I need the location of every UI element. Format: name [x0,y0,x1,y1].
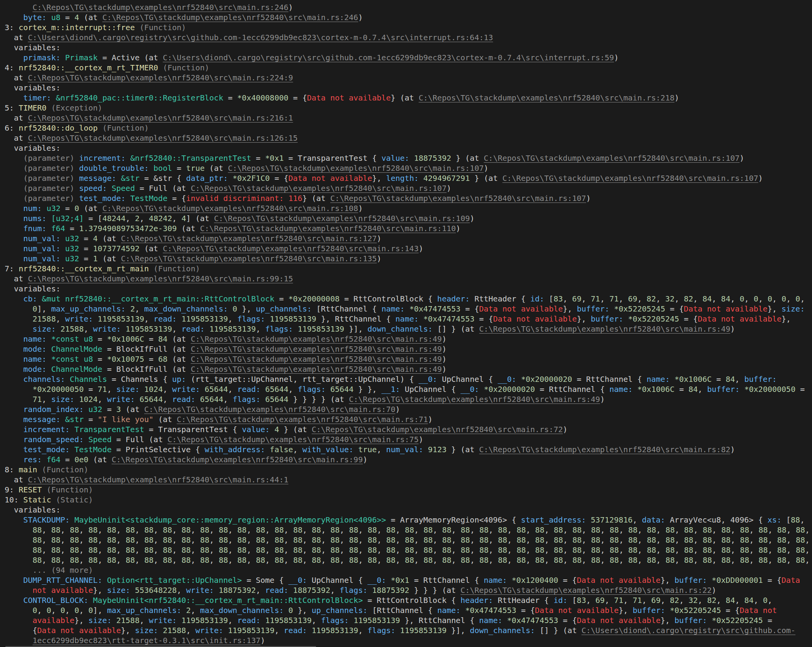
value: 1024 [79,395,98,404]
text: = TransparentTest { [144,425,242,434]
text: = { [558,575,577,585]
value: 1195853139 [312,626,358,635]
file-path-link[interactable]: C:\Repos\TG\stackdump\examples\nrf52840\… [191,334,442,344]
value: 88 [516,555,526,565]
file-path-link[interactable]: C:\Repos\TG\stackdump\examples\nrf52840\… [312,425,563,434]
file-path-link[interactable]: C:\Users\diond\.cargo\registry\src\githu… [581,626,795,635]
file-path-link[interactable]: C:\Repos\TG\stackdump\examples\nrf52840\… [479,445,730,454]
value: 88 [554,545,563,555]
variable-name: read: [265,586,293,595]
file-path-link[interactable]: C:\Repos\TG\stackdump\examples\nrf52840\… [102,13,358,22]
value: 88 [386,535,396,545]
file-path-link[interactable]: C:\Users\diond\.cargo\registry\src\githu… [163,53,614,62]
file-path-link[interactable]: C:\Repos\TG\stackdump\examples\nrf52840\… [163,244,418,253]
value: 88 [51,525,60,535]
file-path-link[interactable]: 1ecc6299db9ec823\rtt-target-0.3.1\src\in… [32,636,260,645]
text: , [358,555,368,565]
value: 88 [330,555,340,565]
text: }, RttChannel { [316,314,396,324]
variable-name: __0: [289,575,312,585]
text: ], [37,304,51,313]
file-path-link[interactable]: C:\Repos\TG\stackdump\examples\nrf52840\… [28,274,293,283]
file-path-link[interactable]: C:\Repos\TG\stackdump\examples\nrf52840\… [479,324,730,334]
text: } (at [447,445,479,454]
text: (at [177,224,200,233]
value: 88 [554,525,563,535]
file-path-link[interactable]: C:\Repos\TG\stackdump\examples\nrf52840\… [484,153,739,163]
text: , [256,586,265,595]
value: 21588 [61,324,84,334]
text: = { [474,314,493,324]
file-path-link[interactable]: C:\Repos\TG\stackdump\examples\nrf52840\… [28,73,293,82]
value: 88 [293,545,302,555]
text: , [228,525,237,535]
value: *0x1 [265,153,284,163]
file-path-link[interactable]: C:\Repos\TG\stackdump\examples\nrf52840\… [349,395,600,404]
file-path-link[interactable]: C:\Repos\TG\stackdump\examples\nrf52840\… [228,163,484,173]
file-path-link[interactable]: C:\Repos\TG\stackdump\examples\nrf52840\… [460,586,712,595]
variable-name: name: [23,334,51,344]
text: , [274,626,284,635]
file-path-link[interactable]: C:\Repos\TG\stackdump\examples\nrf52840\… [191,364,442,374]
file-path-link[interactable]: C:\Repos\TG\stackdump\examples\nrf52840\… [28,133,297,143]
text: , [340,555,349,565]
text: , [582,555,591,565]
text: , [712,294,721,303]
value: 83 [554,294,563,303]
text: [RttChannel { [316,304,382,313]
text: , [107,385,116,394]
text: 10: [5,495,23,504]
value: *0x10075 [107,354,144,364]
value: 88 [721,525,730,535]
file-path-link[interactable]: C:\Repos\TG\stackdump\examples\nrf52840\… [28,475,288,484]
text: , [144,314,153,324]
type-name: &nrf52840::TransparentTest [130,153,251,163]
variable-name: read: [237,616,265,625]
file-path-link[interactable]: C:\Repos\TG\stackdump\examples\nrf52840\… [32,3,288,12]
text: , [135,304,144,313]
file-path-link[interactable]: C:\Repos\TG\stackdump\examples\nrf52840\… [102,204,358,213]
file-path-link[interactable]: C:\Repos\TG\stackdump\examples\nrf52840\… [214,214,470,223]
file-path-link[interactable]: C:\Repos\TG\stackdump\examples\nrf52840\… [191,344,442,354]
file-path-link[interactable]: C:\Repos\TG\stackdump\examples\nrf52840\… [121,254,377,263]
type-name: u32 [65,254,79,263]
terminal-line: 7: nrf52840::__cortex_m_rt_main (Functio… [5,264,812,274]
type-name: f64 [51,224,65,233]
value: 88 [200,555,209,565]
text: , [56,314,65,324]
file-path-link[interactable]: C:\Repos\TG\stackdump\examples\nrf52840\… [419,93,674,102]
text: at [5,113,28,123]
text: = [ [84,214,102,223]
variable-name: mode: [23,364,51,374]
variable-name: read: [237,385,265,394]
file-path-link[interactable]: C:\Repos\TG\stackdump\examples\nrf52840\… [330,194,586,203]
terminal-line: mode: ChannelMode = BlockIfFull (at C:\R… [5,364,812,374]
file-path-link[interactable]: C:\Repos\TG\stackdump\examples\nrf52840\… [121,234,377,243]
terminal-line: nums: [u32;4] = [48244, 2, 48242, 4] (at… [5,213,812,223]
file-path-link[interactable]: C:\Repos\TG\stackdump\examples\nrf52840\… [200,224,456,233]
value: *0x1006C [107,334,144,344]
text: ], [93,606,107,615]
text: , [172,525,182,535]
file-path-link[interactable]: C:\Repos\TG\stackdump\examples\nrf52840\… [191,354,442,364]
variable-name: buffer: [744,375,777,384]
file-path-link[interactable]: C:\Repos\TG\stackdump\examples\nrf52840\… [502,174,758,183]
variable-name: write: [172,385,205,394]
file-path-link[interactable]: C:\Repos\TG\stackdump\examples\nrf52840\… [28,113,293,123]
file-path-link[interactable]: C:\Repos\TG\stackdump\examples\nrf52840\… [112,455,363,464]
file-path-link[interactable]: C:\Repos\TG\stackdump\examples\nrf52840\… [177,415,428,424]
file-path-link[interactable]: C:\Repos\TG\stackdump\examples\nrf52840\… [144,405,395,414]
text: , [191,525,200,535]
variable-name: buffer: [674,616,712,625]
file-path-link[interactable]: C:\Repos\TG\stackdump\examples\nrf52840\… [191,184,447,193]
text: , [172,324,182,334]
text: , [451,545,460,555]
symbol-name: Static [23,495,51,504]
value: 88 [182,545,191,555]
variable-name: read: [153,314,181,324]
file-path-link[interactable]: C:\Users\diond\.cargo\registry\src\githu… [28,33,493,42]
file-path-link[interactable]: C:\Repos\TG\stackdump\examples\nrf52840\… [167,435,418,444]
text [5,445,23,454]
variable-name: byte: [23,13,51,22]
text: , [42,395,51,404]
